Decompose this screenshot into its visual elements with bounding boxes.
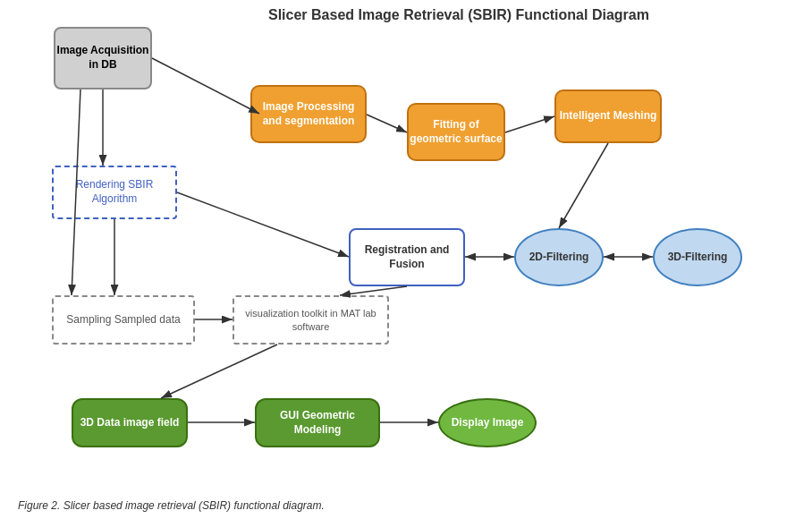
filtering-3d-ellipse: 3D-Filtering [653, 228, 742, 286]
figure-caption: Figure 2. Slicer based image retrieval (… [18, 499, 325, 512]
fitting-box: Fitting of geometric surface [407, 103, 505, 161]
svg-line-2 [152, 58, 259, 114]
svg-line-8 [177, 192, 349, 257]
gui-box: GUI Geometric Modeling [255, 398, 380, 447]
data-3d-box: 3D Data image field [72, 398, 188, 447]
image-acquisition-box: Image Acquisition in DB [54, 27, 152, 89]
svg-line-5 [559, 143, 608, 228]
svg-line-3 [367, 115, 407, 132]
display-ellipse: Display Image [438, 398, 537, 447]
diagram-title: Slicer Based Image Retrieval (SBIR) Func… [268, 7, 649, 23]
visualization-box: visualization toolkit in MAT lab softwar… [233, 295, 389, 345]
filtering-2d-ellipse: 2D-Filtering [514, 228, 604, 286]
sampling-box: Sampling Sampled data [52, 295, 195, 345]
intelligent-meshing-box: Intelligent Meshing [554, 89, 662, 143]
svg-line-13 [161, 345, 277, 398]
svg-line-12 [340, 286, 407, 295]
rendering-box: Rendering SBIR Algorithm [52, 166, 177, 219]
svg-line-4 [505, 116, 554, 132]
image-processing-box: Image Processing and segmentation [250, 85, 367, 143]
registration-box: Registration and Fusion [349, 228, 465, 286]
diagram-container: Slicer Based Image Retrieval (SBIR) Func… [0, 0, 812, 483]
